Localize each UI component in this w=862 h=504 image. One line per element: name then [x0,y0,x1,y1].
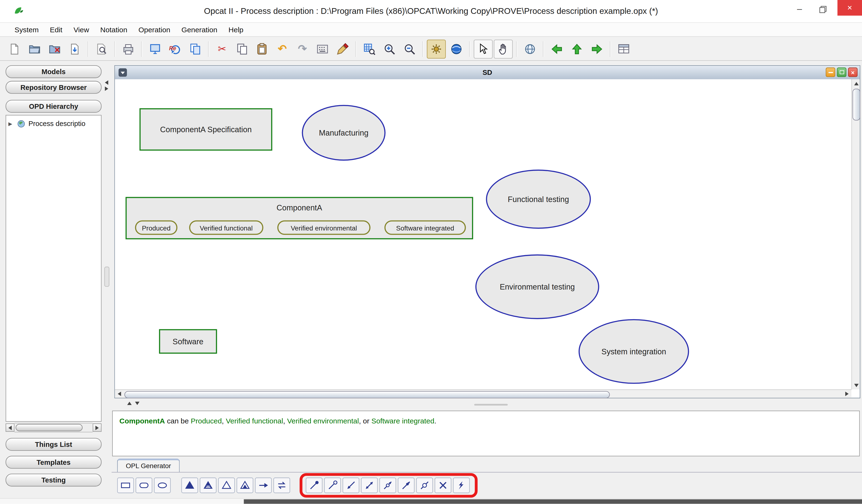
sidebar-button-testing[interactable]: Testing [5,474,101,487]
close-model-button[interactable] [45,39,64,58]
process-functional-testing[interactable]: Functional testing [486,170,591,228]
web-button[interactable] [521,39,539,58]
process-system-integration[interactable]: System integration [579,319,689,384]
state-produced[interactable]: Produced [135,221,178,235]
select-tool-button[interactable] [474,39,493,58]
simulation-settings-button[interactable] [427,39,446,58]
find-button[interactable] [92,39,111,58]
zoom-to-fit-button[interactable] [360,39,379,58]
result-link-button[interactable] [361,477,378,493]
object-componenta-specification[interactable]: ComponentA Specification [140,108,272,151]
zoom-out-button[interactable] [400,39,419,58]
exception-link-button[interactable] [435,477,452,493]
scrollbar-track[interactable] [15,423,93,433]
menu-item-notation[interactable]: Notation [100,25,127,34]
print-preview-button[interactable] [186,39,205,58]
print-button[interactable] [119,39,138,58]
menu-item-system[interactable]: System [15,25,39,34]
keypad-button[interactable] [313,39,332,58]
scroll-left-button[interactable] [115,390,124,398]
instantiation-link-button[interactable] [236,477,253,493]
horizontal-scrollbar-thumb[interactable] [124,391,610,398]
ellipse-tool-button[interactable] [154,477,171,493]
tree-item-process-description[interactable]: ▶ Process descriptio [6,116,101,132]
scroll-right-button[interactable] [843,390,851,398]
save-model-button[interactable] [65,39,84,58]
undo-button[interactable]: ↶ [273,39,292,58]
scrollbar-thumb[interactable] [15,424,82,431]
navigate-up-button[interactable] [567,39,586,58]
invocation-link-button[interactable] [453,477,470,493]
instrument-link-button[interactable] [324,477,341,493]
canvas-horizontal-scrollbar[interactable] [115,389,851,398]
effect-link-button[interactable] [343,477,360,493]
frame-minimize-button[interactable] [826,67,835,77]
page-scrollbar-thumb[interactable] [244,499,862,504]
tab-opl-generator[interactable]: OPL Generator [117,459,180,472]
sidebar-button-models[interactable]: Models [5,65,101,78]
splitter-collapse-buttons[interactable] [127,402,140,405]
event-link-button[interactable] [379,477,396,493]
reload-button[interactable]: Re [166,39,185,58]
object-componenta[interactable]: ComponentA Produced Verified functional … [126,197,473,239]
scroll-left-button[interactable] [5,423,14,432]
rectangle-tool-button[interactable] [117,477,134,493]
titlebar[interactable]: Opcat II - Process description : D:\Prog… [0,0,862,23]
scroll-right-button[interactable] [93,423,101,432]
open-model-button[interactable] [25,39,44,58]
process-manufacturing[interactable]: Manufacturing [302,105,386,161]
sidebar-splitter-arrows[interactable] [104,80,109,91]
state-verified-functional[interactable]: Verified functional [189,221,263,235]
sidebar-splitter-grip[interactable] [104,267,109,287]
frame-maximize-button[interactable] [837,67,847,77]
sidebar-button-repository-browser[interactable]: Repository Browser [5,81,101,94]
sidebar-horizontal-scrollbar[interactable] [5,423,101,433]
state-software-integrated[interactable]: Software integrated [384,221,466,235]
menu-item-generation[interactable]: Generation [182,25,217,34]
zoom-in-button[interactable] [380,39,399,58]
sd-frame-titlebar[interactable]: SD × [115,66,860,80]
exhibition-link-button[interactable] [200,477,217,493]
state-verified-environmental[interactable]: Verified environmental [277,221,370,235]
page-horizontal-scrollbar[interactable] [0,498,862,504]
scroll-down-button[interactable] [852,381,860,389]
minimize-button[interactable]: – [792,3,807,16]
window-layout-button[interactable] [614,39,633,58]
diagram-canvas[interactable]: ComponentA Specification Manufacturing C… [115,79,851,389]
process-environmental-testing[interactable]: Environmental testing [475,254,599,319]
aggregation-link-button[interactable] [181,477,198,493]
opd-hierarchy-tree[interactable]: ▶ Process descriptio [5,115,101,422]
canvas-vertical-scrollbar[interactable] [851,79,860,389]
menu-item-operation[interactable]: Operation [139,25,170,34]
menu-item-view[interactable]: View [74,25,89,34]
navigate-back-button[interactable] [547,39,566,58]
rounded-rectangle-tool-button[interactable] [135,477,152,493]
opl-splitter[interactable] [112,399,862,410]
new-model-button[interactable] [5,39,24,58]
vertical-scrollbar-thumb[interactable] [852,89,860,120]
menu-item-edit[interactable]: Edit [50,25,62,34]
sidebar-button-opd-hierarchy[interactable]: OPD Hierarchy [5,100,101,113]
splitter-grip[interactable] [474,404,508,406]
close-button[interactable]: × [837,0,862,15]
menu-item-help[interactable]: Help [228,25,244,34]
unidirectional-link-button[interactable] [255,477,272,493]
redo-button[interactable]: ↷ [293,39,312,58]
restore-button[interactable] [819,5,827,14]
paste-button[interactable] [253,39,272,58]
agent-link-button[interactable] [398,477,415,493]
frame-close-button[interactable]: × [848,67,858,77]
sidebar-button-templates[interactable]: Templates [5,456,101,469]
consumption-link-button[interactable] [306,477,323,493]
tree-expander-icon[interactable]: ▶ [8,121,14,127]
condition-link-button[interactable] [416,477,433,493]
object-software[interactable]: Software [159,329,217,354]
animation-button[interactable] [447,39,466,58]
format-brush-button[interactable] [333,39,352,58]
generalization-link-button[interactable] [218,477,235,493]
pan-tool-button[interactable] [494,39,513,58]
scroll-up-button[interactable] [852,79,860,88]
copy-button[interactable] [233,39,251,58]
sidebar-button-things-list[interactable]: Things List [5,438,101,451]
export-image-button[interactable] [146,39,165,58]
